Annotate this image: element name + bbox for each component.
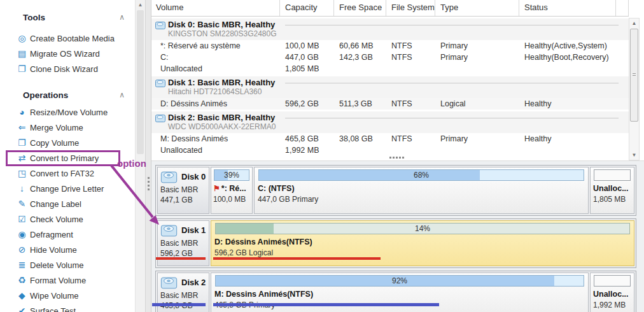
partition-title: ⚑*: Ré... — [213, 184, 250, 193]
scroll-down-icon[interactable]: ▼ — [629, 151, 639, 159]
usage-percent: 39% — [214, 170, 249, 180]
unallocated-size: 1,805 MB — [593, 195, 631, 204]
sidebar-item-delete-volume[interactable]: ≣ Delete Volume — [0, 257, 135, 273]
sidebar-item-copy-volume[interactable]: ❐ Copy Volume — [0, 135, 135, 150]
sidebar-item-convert-to-primary[interactable]: ⇄ Convert to Primary — [0, 150, 135, 166]
scroll-up-icon[interactable]: ▲ — [629, 19, 639, 27]
table-scrollbar[interactable]: ▲ ▼ — [629, 18, 640, 160]
unallocated-size: 1,992 MB — [593, 301, 631, 309]
disk-scheme: Basic MBR — [160, 185, 206, 194]
cell-volume: Unallocated — [151, 145, 280, 156]
column-header-capacity[interactable]: Capacity — [280, 0, 334, 16]
cell-fs: NTFS — [386, 52, 435, 63]
disk2-group-header[interactable]: Disk 2: Basic MBR, Healthy WDC WD5000AAK… — [151, 111, 629, 133]
partition-title: C: (NTFS) — [258, 184, 585, 193]
disk1-graphic-row: Disk 1 Basic MBR 596,2 GB 14% D: Déssins… — [155, 218, 636, 268]
cell-free: 38,08 GB — [334, 133, 386, 145]
sidebar-item-format-volume[interactable]: ♻ Format Volume — [0, 273, 135, 288]
partition-system-reserved[interactable]: 39% ⚑*: Ré... 100,0 MB — [211, 167, 253, 214]
column-header-type[interactable]: Type — [435, 0, 519, 16]
chevron-up-icon[interactable]: ∧ — [119, 90, 125, 99]
sidebar-item-check-volume[interactable]: ☑ Check Volume — [0, 211, 135, 227]
column-header-file-system[interactable]: File System — [386, 0, 435, 16]
sidebar-item-surface-test[interactable]: ✔ Surface Test — [0, 303, 135, 312]
partition-m[interactable]: 92% M: Dessins Animés(NTFS) 465,8 GB Pri… — [211, 273, 589, 312]
sidebar-item-change-drive-letter[interactable]: ↓ Change Drive Letter — [0, 181, 135, 196]
merge-arrow-icon: ⇐ — [16, 122, 28, 132]
disk-icon — [160, 169, 178, 184]
sidebar-item-resize-move-volume[interactable]: ◕ Resize/Move Volume — [0, 104, 135, 120]
unallocated-block[interactable]: Unalloc... 1,992 MB — [590, 273, 634, 312]
table-row[interactable]: D: Déssins Animés 596,2 GB 511,3 GB NTFS… — [151, 98, 629, 110]
section-title-tools: Tools — [23, 13, 45, 22]
partition-c[interactable]: 68% C: (NTFS) 447,0 GB Primary — [254, 167, 589, 214]
disk-icon — [160, 223, 178, 238]
group-divider — [285, 25, 619, 25]
table-row[interactable]: M: Dessins Animés 465,8 GB 38,08 GB NTFS… — [151, 133, 629, 145]
table-row[interactable]: C: 447,0 GB 142,3 GB NTFS Primary Health… — [151, 52, 629, 63]
sidebar-item-change-label[interactable]: ✎ Change Label — [0, 196, 135, 211]
disk2-head-block[interactable]: Disk 2 Basic MBR 465,8 GB — [157, 273, 209, 312]
sidebar-section-tools-header[interactable]: Tools ∧ — [0, 9, 135, 25]
disk-scheme: Basic MBR — [160, 239, 206, 248]
scrollbar-thumb[interactable] — [137, 10, 144, 154]
sidebar-item-create-bootable-media[interactable]: ◎ Create Bootable Media — [0, 31, 135, 46]
table-row[interactable]: Unallocated 1,992 MB — [151, 145, 629, 156]
splitter-grip-icon — [148, 177, 150, 190]
column-header-free-space[interactable]: Free Space — [334, 0, 386, 16]
scroll-up-icon[interactable]: ▲ — [136, 1, 145, 10]
unallocated-block[interactable]: Unalloc... 1,805 MB — [590, 167, 634, 214]
cell-type: Primary — [435, 52, 519, 63]
drive-letter-icon: ↓ — [16, 183, 28, 194]
sidebar-item-label: Defragment — [30, 230, 73, 239]
cell-fs: NTFS — [386, 98, 435, 110]
disk0-head-block[interactable]: Disk 0 Basic MBR 447,1 GB — [157, 167, 209, 214]
sidebar-scrollbar[interactable]: ▲ — [135, 0, 145, 312]
panel-splitter-vertical[interactable] — [145, 0, 151, 312]
panel-splitter-horizontal[interactable] — [389, 157, 404, 159]
cell-status: Healthy(Active,System) — [519, 40, 616, 52]
sidebar: Tools ∧ ◎ Create Bootable Media ▤ Migrat… — [0, 0, 135, 312]
disk0-group-header[interactable]: Disk 0: Basic MBR, Healthy KINGSTON SM22… — [151, 18, 629, 40]
table-header-row[interactable]: Volume Capacity Free Space File System T… — [151, 0, 629, 17]
disk0-graphic-row: Disk 0 Basic MBR 447,1 GB 39% ⚑*: Ré... … — [155, 165, 636, 216]
group-title: Disk 0: Basic MBR, Healthy — [168, 18, 629, 29]
sidebar-item-hide-volume[interactable]: ⊘ Hide Volume — [0, 242, 135, 257]
partition-size: 447,0 GB Primary — [258, 195, 585, 204]
sidebar-section-operations-header[interactable]: Operations ∧ — [0, 87, 135, 103]
chevron-up-icon[interactable]: ∧ — [119, 13, 125, 22]
group-model: KINGSTON SM2280S3G2480G — [168, 29, 629, 38]
sidebar-item-defragment[interactable]: ◉ Defragment — [0, 227, 135, 242]
sidebar-item-migrate-os-wizard[interactable]: ▤ Migrate OS Wizard — [0, 46, 135, 61]
column-header-volume[interactable]: Volume — [151, 0, 280, 16]
group-divider — [285, 118, 619, 118]
sidebar-item-clone-disk-wizard[interactable]: ❐ Clone Disk Wizard — [0, 61, 135, 76]
disk-icon — [155, 79, 165, 87]
cell-volume: Unallocated — [151, 63, 280, 74]
sidebar-item-convert-to-fat32[interactable]: ◳ Convert to FAT32 — [0, 166, 135, 181]
disk-size: 596,2 GB — [160, 249, 206, 258]
cell-type: Logical — [435, 98, 519, 110]
sidebar-item-label: Migrate OS Wizard — [30, 49, 100, 59]
cell-capacity: 596,2 GB — [280, 98, 334, 110]
sidebar-item-wipe-volume[interactable]: ◆ Wipe Volume — [0, 288, 135, 303]
section-title-operations: Operations — [23, 90, 68, 100]
partition-size: 596,2 GB Logical — [214, 248, 631, 257]
sidebar-item-merge-volume[interactable]: ⇐ Merge Volume — [0, 120, 135, 135]
partition-d-selected[interactable]: 14% D: Déssins Animés(NTFS) 596,2 GB Log… — [211, 220, 634, 266]
usage-bar-empty — [594, 275, 631, 287]
sidebar-item-label: Check Volume — [30, 215, 83, 224]
disk1-group-header[interactable]: Disk 1: Basic MBR, Healthy Hitachi HDT72… — [151, 76, 629, 98]
scrollbar-thumb[interactable] — [630, 29, 638, 122]
migrate-drive-icon: ▤ — [16, 48, 28, 59]
table-row[interactable]: Unallocated 1,805 MB — [151, 63, 629, 74]
defragment-icon: ◉ — [16, 229, 28, 239]
sidebar-item-label: Surface Test — [30, 306, 76, 312]
disk1-head-block[interactable]: Disk 1 Basic MBR 596,2 GB — [157, 220, 209, 266]
sidebar-item-label: Change Drive Letter — [30, 184, 104, 194]
table-row[interactable]: *: Réservé au système 100,0 MB 60,66 MB … — [151, 40, 629, 52]
main-panel: Volume Capacity Free Space File System T… — [151, 0, 644, 312]
sidebar-item-label: Resize/Move Volume — [30, 108, 108, 117]
usage-bar: 68% — [258, 169, 584, 181]
column-header-status[interactable]: Status — [519, 0, 616, 16]
